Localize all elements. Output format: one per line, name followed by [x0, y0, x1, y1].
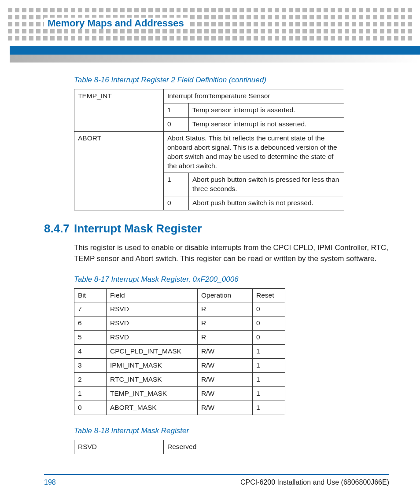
cell-field: IPMI_INT_MASK [107, 359, 198, 373]
table-817: Bit Field Operation Reset 7 RSVD R 0 6 R… [74, 288, 285, 415]
cell-description: Interrupt fromTemperature Sensor [164, 89, 344, 103]
cell-meaning: Temp sensor interrupt is asserted. [189, 103, 344, 117]
cell-bit: 0 [74, 401, 107, 415]
cell-op: R [198, 316, 253, 331]
cell-bit: 5 [74, 331, 107, 345]
cell-reset: 0 [253, 331, 285, 345]
cell-field: RSVD [107, 316, 198, 331]
cell-op: R/W [198, 359, 253, 373]
table-row: ABORT Abort Status. This bit reflects th… [74, 131, 344, 173]
chapter-title-wrap: Memory Maps and Addresses [44, 18, 188, 29]
table-818-caption: Table 8-18 Interrupt Mask Register [74, 427, 389, 435]
cell-reset: 1 [253, 386, 285, 401]
page-footer: 198 CPCI-6200 Installation and Use (6806… [44, 474, 389, 486]
cell-field: RSVD [107, 331, 198, 345]
table-row: 0 ABORT_MASK R/W 1 [74, 401, 285, 415]
cell-value: 1 [164, 173, 189, 196]
col-header-operation: Operation [198, 288, 253, 302]
cell-bit: 1 [74, 386, 107, 401]
cell-bit: 3 [74, 359, 107, 373]
table-816: TEMP_INT Interrupt fromTemperature Senso… [74, 89, 344, 210]
table-row: 5 RSVD R 0 [74, 331, 285, 345]
cell-description: Reserved [164, 440, 344, 454]
table-818: RSVD Reserved [74, 440, 344, 454]
col-header-reset: Reset [253, 288, 285, 302]
cell-value: 0 [164, 196, 189, 210]
col-header-bit: Bit [74, 288, 107, 302]
table-row: 6 RSVD R 0 [74, 316, 285, 331]
chapter-title: Memory Maps and Addresses [48, 18, 184, 29]
cell-reset: 1 [253, 359, 285, 373]
cell-field: RTC_INT_MASK [107, 373, 198, 387]
cell-reset: 0 [253, 302, 285, 316]
cell-value: 0 [164, 117, 189, 131]
cell-meaning: Abort push button switch is not pressed. [189, 196, 344, 210]
cell-op: R [198, 302, 253, 316]
cell-reset: 1 [253, 373, 285, 387]
document-title: CPCI-6200 Installation and Use (6806800J… [240, 478, 389, 486]
footer-rule [44, 474, 389, 475]
table-817-caption: Table 8-17 Interrupt Mask Register, 0xF2… [74, 275, 389, 284]
cell-bit: 2 [74, 373, 107, 387]
section-title: Interrupt Mask Register [74, 222, 202, 235]
cell-field: RSVD [107, 302, 198, 316]
cell-meaning: Temp sensor interrupt is not asserted. [189, 117, 344, 131]
cell-reset: 1 [253, 401, 285, 415]
cell-bit: 4 [74, 345, 107, 359]
cell-description: Abort Status. This bit reflects the curr… [164, 131, 344, 173]
table-row: 3 IPMI_INT_MASK R/W 1 [74, 359, 285, 373]
table-header-row: Bit Field Operation Reset [74, 288, 285, 302]
table-row: 2 RTC_INT_MASK R/W 1 [74, 373, 285, 387]
table-row: 4 CPCI_PLD_INT_MASK R/W 1 [74, 345, 285, 359]
cell-bit: 6 [74, 316, 107, 331]
table-row: RSVD Reserved [74, 440, 344, 454]
table-row: 1 TEMP_INT_MASK R/W 1 [74, 386, 285, 401]
cell-field-name: ABORT [74, 131, 164, 210]
section-number: 8.4.7 [44, 222, 74, 235]
cell-reset: 1 [253, 345, 285, 359]
header-shadow-bar [10, 55, 420, 63]
cell-op: R/W [198, 386, 253, 401]
header-blue-bar [10, 46, 420, 55]
cell-op: R/W [198, 345, 253, 359]
table-816-caption: Table 8-16 Interrupt Register 2 Field De… [74, 76, 389, 85]
table-row: TEMP_INT Interrupt fromTemperature Senso… [74, 89, 344, 103]
cell-op: R/W [198, 373, 253, 387]
table-row: 7 RSVD R 0 [74, 302, 285, 316]
cell-field-name: TEMP_INT [74, 89, 164, 132]
cell-value: 1 [164, 103, 189, 117]
cell-field: ABORT_MASK [107, 401, 198, 415]
cell-field: TEMP_INT_MASK [107, 386, 198, 401]
section-heading: 8.4.7 Interrupt Mask Register [44, 222, 389, 235]
col-header-field: Field [107, 288, 198, 302]
section-body: This register is used to enable or disab… [74, 243, 389, 264]
cell-op: R [198, 331, 253, 345]
cell-meaning: Abort push button switch is pressed for … [189, 173, 344, 196]
cell-bit: 7 [74, 302, 107, 316]
cell-field: CPCI_PLD_INT_MASK [107, 345, 198, 359]
page-number: 198 [44, 478, 56, 486]
cell-op: R/W [198, 401, 253, 415]
cell-field-name: RSVD [74, 440, 164, 454]
cell-reset: 0 [253, 316, 285, 331]
